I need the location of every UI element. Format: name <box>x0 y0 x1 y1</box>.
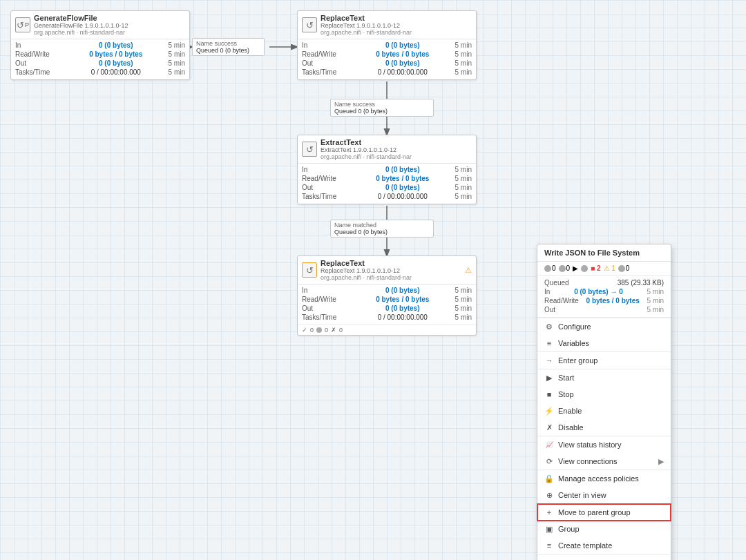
ctx-item-moveparent[interactable]: + Move to parent group <box>537 504 671 521</box>
stat-rw-rt1: Read/Write 0 bytes / 0 bytes 5 min <box>302 50 472 59</box>
stat-readwrite: Read/Write 0 bytes / 0 bytes 5 min <box>15 50 185 59</box>
ctx-item-disable[interactable]: ✗ Disable <box>537 419 671 436</box>
processor-title-area-et: ExtractText ExtractText 1.9.0.1.0.1.0-12… <box>321 138 472 160</box>
ctx-stat-readwrite: Read/Write 0 bytes / 0 bytes 5 min <box>544 296 664 305</box>
processor-name-et: ExtractText <box>321 138 472 146</box>
ctx-item-label-moveparent: Move to parent group <box>558 508 631 516</box>
status-icon-0: 0 <box>544 264 556 272</box>
variables-icon: ≡ <box>544 338 554 348</box>
ctx-item-viewconnections[interactable]: ⟳ View connections ▶ <box>537 453 671 470</box>
processor-title-area-rt1: ReplaceText ReplaceText 1.9.0.1.0.1.0-12… <box>321 14 472 36</box>
enable-icon: ⚡ <box>544 406 554 416</box>
ctx-item-start[interactable]: ▶ Start <box>537 369 671 386</box>
configure-icon: ⚙ <box>544 322 554 331</box>
ctx-item-label-manageaccess: Manage access policies <box>558 474 639 483</box>
stat-out: Out 0 (0 bytes) 5 min <box>15 59 185 68</box>
ctx-item-label-centerview: Center in view <box>558 491 606 499</box>
context-menu: Write JSON to File System 0 0 ▶ ■ 2 ⚠ 1 … <box>537 244 671 560</box>
processor-icon-replacetext2: ↺ <box>302 262 317 278</box>
processor-icon-extracttext: ↺ <box>302 142 317 157</box>
conn-queue-3: Queued 0 (0 bytes) <box>334 229 430 235</box>
disable-icon: ✗ <box>544 423 554 432</box>
start-icon: ▶ <box>544 373 554 383</box>
processor-body-et: In 0 (0 bytes) 5 min Read/Write 0 bytes … <box>298 164 476 204</box>
processor-type-rt1: ReplaceText 1.9.0.1.0.1.0-12 <box>321 22 472 29</box>
centerview-icon: ⊕ <box>544 490 554 500</box>
ctx-item-enable[interactable]: ⚡ Enable <box>537 403 671 419</box>
ctx-item-copy[interactable]: ⎘ Copy <box>537 554 671 560</box>
ctx-item-entergroup[interactable]: → Enter group <box>537 352 671 369</box>
play-icon: ▶ <box>573 264 578 272</box>
stop-icon: ■ <box>544 389 554 399</box>
processor-title-area-rt2: ReplaceText ReplaceText 1.9.0.1.0.1.0-12… <box>321 259 463 281</box>
createtemplate-icon: ≡ <box>544 541 554 550</box>
processor-header-generateflowfile: ↺ P GenerateFlowFile GenerateFlowFile 1.… <box>11 11 189 39</box>
manageaccess-icon: 🔒 <box>544 474 554 483</box>
status-icon-3 <box>581 265 588 272</box>
processor-nar-rt1: org.apache.nifi · nifi-standard-nar <box>321 29 472 36</box>
ctx-item-manageaccess[interactable]: 🔒 Manage access policies <box>537 470 671 487</box>
connection-label-2[interactable]: Name success Queued 0 (0 bytes) <box>330 99 434 117</box>
ctx-item-label-group: Group <box>558 525 580 533</box>
stat-out-rt1: Out 0 (0 bytes) 5 min <box>302 59 472 68</box>
processor-header-replacetext1: ↺ ReplaceText ReplaceText 1.9.0.1.0.1.0-… <box>298 11 476 39</box>
stat-in-rt1: In 0 (0 bytes) 5 min <box>302 41 472 50</box>
stat-rw-et: Read/Write 0 bytes / 0 bytes 5 min <box>302 174 472 183</box>
processor-icon-replacetext1: ↺ <box>302 17 317 32</box>
ctx-item-label-variables: Variables <box>558 339 589 347</box>
processor-header-extracttext: ↺ ExtractText ExtractText 1.9.0.1.0.1.0-… <box>298 135 476 164</box>
ctx-stat-out: Out 5 min <box>544 305 664 314</box>
ctx-item-viewstatushistory[interactable]: 📈 View status history <box>537 436 671 453</box>
processor-replacetext1[interactable]: ↺ ReplaceText ReplaceText 1.9.0.1.0.1.0-… <box>297 10 477 80</box>
conn-name-1: Name success <box>196 40 260 47</box>
status-icon-last: 0 <box>618 264 630 272</box>
context-menu-title: Write JSON to File System <box>537 244 671 262</box>
ctx-item-variables[interactable]: ≡ Variables <box>537 335 671 351</box>
status-icon-red: ■ 2 <box>591 264 600 272</box>
processor-generateflowfile[interactable]: ↺ P GenerateFlowFile GenerateFlowFile 1.… <box>10 10 190 80</box>
stat-tasks-rt2: Tasks/Time 0 / 00:00:00.000 5 min <box>302 313 472 322</box>
ctx-item-label-start: Start <box>558 374 574 382</box>
processor-type: GenerateFlowFile 1.9.0.1.0.1.0-12 <box>34 22 185 29</box>
ctx-item-configure[interactable]: ⚙ Configure <box>537 318 671 335</box>
ctx-item-label-disable: Disable <box>558 423 584 432</box>
processor-replacetext2[interactable]: ↺ ReplaceText ReplaceText 1.9.0.1.0.1.0-… <box>297 255 477 336</box>
processor-name: GenerateFlowFile <box>34 14 185 22</box>
viewconn-icon: ⟳ <box>544 456 554 466</box>
viewconn-arrow-icon: ▶ <box>658 457 664 466</box>
ctx-item-label-entergroup: Enter group <box>558 356 597 365</box>
connection-label-1[interactable]: Name success Queued 0 (0 bytes) <box>192 38 265 56</box>
processor-type-et: ExtractText 1.9.0.1.0.1.0-12 <box>321 146 472 153</box>
processor-body-rt1: In 0 (0 bytes) 5 min Read/Write 0 bytes … <box>298 39 476 79</box>
conn-name-2: Name success <box>334 101 430 108</box>
ctx-item-centerview[interactable]: ⊕ Center in view <box>537 487 671 503</box>
ctx-item-stop[interactable]: ■ Stop <box>537 386 671 403</box>
stat-in-rt2: In 0 (0 bytes) 5 min <box>302 286 472 295</box>
ctx-item-group[interactable]: ▣ Group <box>537 521 671 537</box>
processor-nar-rt2: org.apache.nifi · nifi-standard-nar <box>321 274 463 281</box>
conn-queue-2: Queued 0 (0 bytes) <box>334 108 430 115</box>
stat-tasks-et: Tasks/Time 0 / 00:00:00.000 5 min <box>302 192 472 201</box>
processor-body-rt2: In 0 (0 bytes) 5 min Read/Write 0 bytes … <box>298 284 476 325</box>
warning-icon: ⚠ <box>465 266 472 275</box>
ctx-item-label-enable: Enable <box>558 407 582 415</box>
stat-tasks-rt1: Tasks/Time 0 / 00:00:00.000 5 min <box>302 68 472 77</box>
processor-nar: org.apache.nifi · nifi-standard-nar <box>34 29 185 36</box>
ctx-item-label-createtemplate: Create template <box>558 541 612 550</box>
connection-label-3[interactable]: Name matched Queued 0 (0 bytes) <box>330 220 434 238</box>
ctx-stat-queued: Queued 385 (29.33 KB) <box>544 278 664 287</box>
ctx-item-label-stop: Stop <box>558 390 574 398</box>
processor-name-rt1: ReplaceText <box>321 14 472 22</box>
ctx-stat-in: In 0 (0 bytes) → 0 5 min <box>544 287 664 296</box>
stat-in-et: In 0 (0 bytes) 5 min <box>302 165 472 174</box>
stat-rw-rt2: Read/Write 0 bytes / 0 bytes 5 min <box>302 295 472 304</box>
conn-name-3: Name matched <box>334 222 430 229</box>
processor-extracttext[interactable]: ↺ ExtractText ExtractText 1.9.0.1.0.1.0-… <box>297 135 477 204</box>
context-menu-status-row: 0 0 ▶ ■ 2 ⚠ 1 0 <box>537 262 671 276</box>
stat-out-rt2: Out 0 (0 bytes) 5 min <box>302 304 472 313</box>
stat-in: In 0 (0 bytes) 5 min <box>15 41 185 50</box>
ctx-item-createtemplate[interactable]: ≡ Create template <box>537 537 671 554</box>
processor-type-rt2: ReplaceText 1.9.0.1.0.1.0-12 <box>321 267 463 274</box>
processor-title-area: GenerateFlowFile GenerateFlowFile 1.9.0.… <box>34 14 185 36</box>
ctx-item-label-statushistory: View status history <box>558 441 622 449</box>
